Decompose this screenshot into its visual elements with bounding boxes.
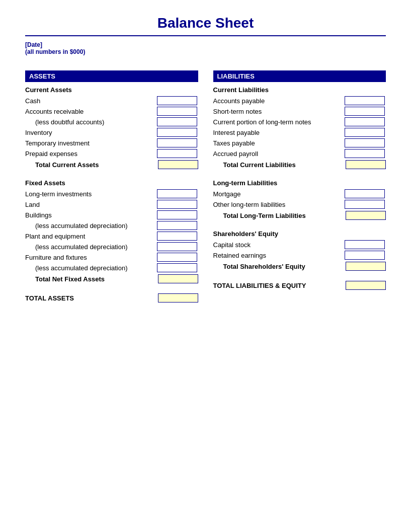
total-assets-input[interactable] — [158, 293, 198, 302]
list-item: Buildings — [25, 210, 198, 219]
list-item: Mortgage — [213, 189, 386, 198]
list-item: Retained earnings — [213, 251, 386, 260]
mortgage-input[interactable] — [345, 189, 385, 198]
current-liabilities-title: Current Liabilities — [213, 86, 386, 94]
interest-payable-input[interactable] — [345, 128, 385, 137]
list-item: (less accumulated depreciation) — [25, 221, 198, 230]
list-item: (less doubtful accounts) — [25, 117, 198, 126]
furniture-depreciation-input[interactable] — [157, 263, 197, 272]
prepaid-expenses-input[interactable] — [157, 149, 197, 158]
list-item: Other long-term liabilities — [213, 200, 386, 209]
list-item: Accounts receivable — [25, 107, 198, 116]
total-longterm-liabilities-input[interactable] — [346, 211, 386, 220]
accounts-receivable-input[interactable] — [157, 107, 197, 116]
accounts-payable-input[interactable] — [345, 96, 385, 105]
list-item: Plant and equipment — [25, 232, 198, 241]
list-item: Capital stock — [213, 240, 386, 249]
total-current-assets-row: Total Current Assets — [25, 160, 198, 169]
less-doubtful-input[interactable] — [157, 117, 197, 126]
list-item: Prepaid expenses — [25, 149, 198, 158]
total-net-fixed-assets-input[interactable] — [158, 274, 198, 283]
total-current-liabilities-row: Total Current Liabilities — [213, 160, 386, 169]
page-title: Balance Sheet — [25, 15, 386, 31]
longterm-investments-input[interactable] — [157, 189, 197, 198]
subtitle-date: [Date] — [25, 41, 386, 48]
list-item: Cash — [25, 96, 198, 105]
current-longterm-notes-input[interactable] — [345, 117, 385, 126]
temporary-investment-input[interactable] — [157, 138, 197, 147]
plant-equipment-input[interactable] — [157, 232, 197, 241]
total-equity-input[interactable] — [346, 262, 386, 271]
list-item: Inventory — [25, 128, 198, 137]
plant-depreciation-input[interactable] — [157, 242, 197, 251]
taxes-payable-input[interactable] — [345, 138, 385, 147]
other-longterm-input[interactable] — [345, 200, 385, 209]
total-current-assets-input[interactable] — [158, 160, 198, 169]
total-liabilities-equity-row: TOTAL LIABILITIES & EQUITY — [213, 281, 386, 290]
equity-title: Shareholders' Equity — [213, 230, 386, 238]
list-item: Taxes payable — [213, 138, 386, 147]
inventory-input[interactable] — [157, 128, 197, 137]
total-equity-row: Total Shareholders' Equity — [213, 262, 386, 271]
list-item: Temporary investment — [25, 138, 198, 147]
buildings-input[interactable] — [157, 210, 197, 219]
total-current-liabilities-input[interactable] — [346, 160, 386, 169]
list-item: Current portion of long-term notes — [213, 117, 386, 126]
list-item: Accounts payable — [213, 96, 386, 105]
assets-header: ASSETS — [25, 70, 198, 82]
list-item: Accrued payroll — [213, 149, 386, 158]
retained-earnings-input[interactable] — [345, 251, 385, 260]
buildings-depreciation-input[interactable] — [157, 221, 197, 230]
furniture-input[interactable] — [157, 253, 197, 262]
liabilities-column: LIABILITIES Current Liabilities Accounts… — [213, 70, 386, 302]
list-item: (less accumulated depreciation) — [25, 242, 198, 251]
liabilities-header: LIABILITIES — [213, 70, 386, 82]
list-item: Short-term notes — [213, 107, 386, 116]
accrued-payroll-input[interactable] — [345, 149, 385, 158]
capital-stock-input[interactable] — [345, 240, 385, 249]
fixed-assets-title: Fixed Assets — [25, 179, 198, 187]
shortterm-notes-input[interactable] — [345, 107, 385, 116]
total-assets-row: TOTAL ASSETS — [25, 293, 198, 302]
cash-input[interactable] — [157, 96, 197, 105]
total-longterm-liabilities-row: Total Long-Term Liabilities — [213, 211, 386, 220]
subtitle-numbers: (all numbers in $000) — [25, 48, 386, 55]
list-item: Land — [25, 200, 198, 209]
total-liabilities-equity-input[interactable] — [346, 281, 386, 290]
list-item: Long-term investments — [25, 189, 198, 198]
total-net-fixed-assets-row: Total Net Fixed Assets — [25, 274, 198, 283]
list-item: Furniture and fixtures — [25, 253, 198, 262]
longterm-liabilities-title: Long-term Liabilities — [213, 179, 386, 187]
land-input[interactable] — [157, 200, 197, 209]
list-item: Interest payable — [213, 128, 386, 137]
list-item: (less accumulated depreciation) — [25, 263, 198, 272]
current-assets-title: Current Assets — [25, 86, 198, 94]
assets-column: ASSETS Current Assets Cash Accounts rece… — [25, 70, 198, 302]
